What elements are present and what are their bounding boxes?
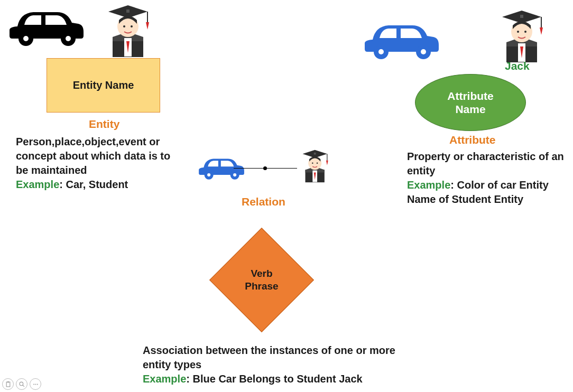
relation-example-text: : Blue Car Belongs to Student Jack <box>186 373 362 385</box>
svg-point-3 <box>66 36 71 41</box>
toolbar <box>0 376 43 392</box>
relation-shape-label: Verb Phrase <box>245 267 278 293</box>
relation-example-label: Example <box>143 373 186 385</box>
svg-rect-12 <box>126 10 130 13</box>
svg-marker-14 <box>146 22 149 30</box>
attribute-example-label: Example <box>407 179 450 191</box>
svg-point-16 <box>207 173 210 176</box>
car-icon <box>4 3 86 52</box>
svg-point-49 <box>33 384 34 385</box>
svg-rect-45 <box>6 382 10 387</box>
entity-desc-text: Person,place,object,event or concept abo… <box>16 136 170 176</box>
attribute-shape: Attribute Name <box>415 74 526 131</box>
relation-desc-text: Association between the instances of one… <box>143 344 395 370</box>
svg-point-33 <box>421 49 426 54</box>
relation-dot <box>263 166 267 170</box>
svg-line-48 <box>22 385 24 386</box>
entity-shape: Entity Name <box>47 58 160 113</box>
entity-title: Entity <box>89 118 119 130</box>
svg-point-51 <box>36 384 38 385</box>
svg-point-50 <box>35 384 36 385</box>
svg-point-10 <box>131 25 133 27</box>
attribute-title: Attribute <box>449 134 496 146</box>
more-icon[interactable] <box>30 378 41 390</box>
svg-point-25 <box>317 163 318 164</box>
student-icon <box>98 0 159 60</box>
svg-point-9 <box>123 25 125 27</box>
svg-rect-27 <box>314 153 316 155</box>
attribute-description: Property or characteristic of an entity … <box>407 150 568 207</box>
relation-title: Relation <box>242 195 285 208</box>
svg-point-18 <box>233 173 236 176</box>
car-icon <box>359 16 441 66</box>
svg-rect-46 <box>7 381 8 382</box>
clipboard-icon[interactable] <box>2 378 14 390</box>
svg-point-24 <box>312 163 313 164</box>
student-icon <box>492 5 552 66</box>
attribute-jack-label: Jack <box>505 60 530 72</box>
relation-shape: Verb Phrase <box>209 227 315 333</box>
student-icon <box>296 146 334 186</box>
svg-point-40 <box>524 31 526 33</box>
svg-marker-44 <box>540 27 543 35</box>
attribute-desc-text: Property or characteristic of an entity <box>407 151 564 176</box>
car-icon <box>196 152 246 185</box>
entity-shape-label: Entity Name <box>73 79 134 91</box>
svg-rect-42 <box>520 15 523 18</box>
svg-point-1 <box>23 36 29 41</box>
svg-point-39 <box>517 31 519 33</box>
svg-point-31 <box>378 49 384 54</box>
entity-description: Person,place,object,event or concept abo… <box>16 135 180 192</box>
zoom-icon[interactable] <box>16 378 27 390</box>
svg-marker-29 <box>326 161 328 165</box>
attribute-shape-label: Attribute Name <box>447 89 494 116</box>
entity-example-label: Example <box>16 179 59 190</box>
relation-description: Association between the instances of one… <box>143 343 423 386</box>
svg-point-47 <box>20 382 23 386</box>
entity-example-text: : Car, Student <box>59 179 128 190</box>
